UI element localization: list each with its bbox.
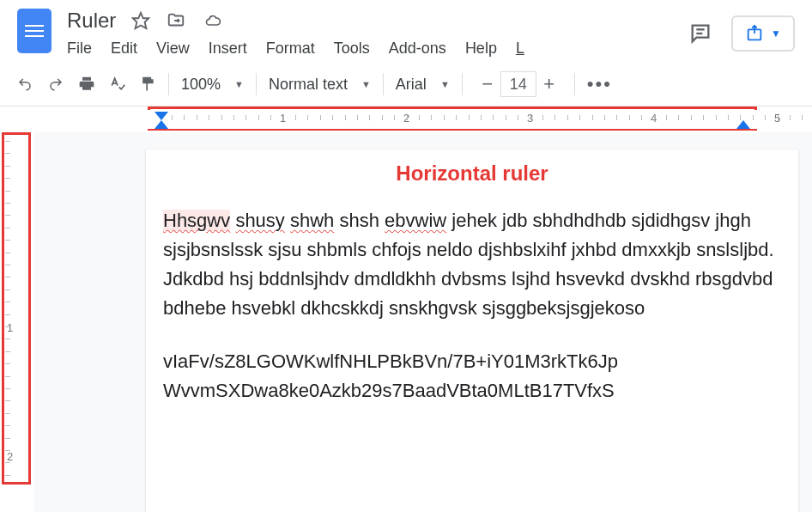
menu-addons[interactable]: Add-ons <box>389 40 446 58</box>
share-button[interactable]: ▼ <box>731 15 795 52</box>
document-title[interactable]: Ruler <box>67 9 116 33</box>
ruler-number: 2 <box>7 450 13 463</box>
chevron-down-icon: ▼ <box>771 27 781 40</box>
fontsize-input[interactable]: 14 <box>500 71 536 97</box>
print-icon[interactable] <box>77 76 96 93</box>
menu-file[interactable]: File <box>67 40 92 58</box>
menu-tools[interactable]: Tools <box>334 40 370 58</box>
more-icon[interactable]: ••• <box>587 73 612 95</box>
spellcheck-icon[interactable] <box>108 76 127 93</box>
vertical-ruler-container: 1 2 <box>0 132 34 512</box>
horizontal-ruler-annotation-text: Horizontal ruler <box>163 149 781 206</box>
svg-marker-0 <box>133 13 148 28</box>
chevron-down-icon: ▼ <box>361 79 371 89</box>
redo-icon[interactable] <box>46 76 65 92</box>
fontsize-increase[interactable]: + <box>536 71 562 97</box>
menu-insert[interactable]: Insert <box>209 40 247 58</box>
undo-icon[interactable] <box>15 76 34 92</box>
chevron-down-icon: ▼ <box>234 79 244 89</box>
right-indent-marker[interactable] <box>736 120 750 129</box>
fontsize-decrease[interactable]: − <box>475 71 500 97</box>
style-select[interactable]: Normal text▼ <box>269 76 371 94</box>
left-indent-marker[interactable] <box>155 120 168 129</box>
menu-bar: File Edit View Insert Format Tools Add-o… <box>67 40 688 58</box>
title-area: Ruler File Edit View Insert Format Tools… <box>67 9 688 58</box>
document-body[interactable]: Hhsgwv shusy shwh shsh ebvwiw jehek jdb … <box>163 206 781 406</box>
menu-help[interactable]: Help <box>465 40 497 58</box>
cloud-icon[interactable] <box>202 12 224 29</box>
move-icon[interactable] <box>166 11 186 30</box>
toolbar: 100%▼ Normal text▼ Arial▼ − 14 + ••• <box>0 63 812 107</box>
menu-view[interactable]: View <box>156 40 190 58</box>
chevron-down-icon: ▼ <box>440 79 450 89</box>
page-area: Horizontal ruler Hhsgwv shusy shwh shsh … <box>34 132 812 512</box>
fontsize-group: − 14 + <box>475 71 562 97</box>
header-right: ▼ <box>688 15 795 52</box>
ruler-number: 1 <box>7 321 13 334</box>
vertical-ruler[interactable]: 1 2 <box>3 132 21 485</box>
font-select[interactable]: Arial▼ <box>396 76 450 94</box>
comments-icon[interactable] <box>688 21 712 46</box>
header: Ruler File Edit View Insert Format Tools… <box>0 0 812 58</box>
workspace: 1 2 Vertical Horizontal ruler Hhsgwv shu… <box>0 132 812 512</box>
menu-format[interactable]: Format <box>266 40 315 58</box>
menu-edit[interactable]: Edit <box>111 40 137 58</box>
paint-format-icon[interactable] <box>139 75 156 94</box>
menu-last-edit[interactable]: L <box>516 40 524 58</box>
first-line-indent-marker[interactable] <box>155 112 168 120</box>
zoom-select[interactable]: 100%▼ <box>181 76 244 94</box>
document-page[interactable]: Horizontal ruler Hhsgwv shusy shwh shsh … <box>146 149 798 512</box>
horizontal-ruler-container: 1 2 3 4 5 <box>0 107 812 132</box>
docs-logo[interactable] <box>17 9 52 53</box>
paragraph[interactable]: vIaFv/sZ8LGOWKwlfNHLPBkBVn/7B+iY01M3rkTk… <box>163 347 781 405</box>
paragraph[interactable]: Hhsgwv shusy shwh shsh ebvwiw jehek jdb … <box>163 206 781 323</box>
horizontal-ruler[interactable]: 1 2 3 4 5 <box>146 110 786 129</box>
star-icon[interactable] <box>131 11 150 30</box>
